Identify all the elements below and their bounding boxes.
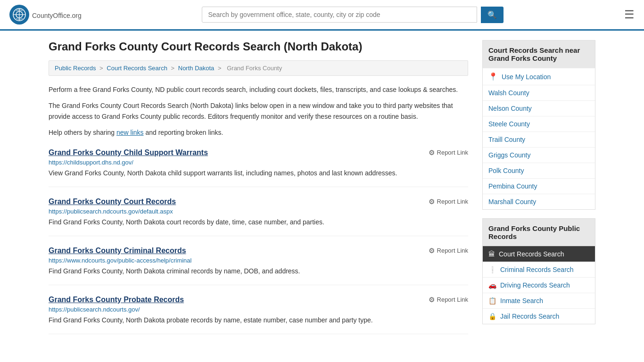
- driving-records-link[interactable]: Driving Records Search: [500, 281, 570, 289]
- logo-text: CountyOffice.org: [32, 9, 82, 20]
- sidebar-item-court-records[interactable]: 🏛 Court Records Search: [483, 246, 595, 262]
- driving-records-icon: 🚗: [488, 281, 496, 289]
- nearby-section-title: Court Records Search near Grand Forks Co…: [483, 41, 595, 68]
- result-title-link[interactable]: Grand Forks County Court Records: [49, 197, 176, 206]
- new-links-link[interactable]: new links: [116, 129, 144, 136]
- result-url: https://childsupport.dhs.nd.gov/: [49, 159, 468, 166]
- result-url: https://www.ndcourts.gov/public-access/h…: [49, 257, 468, 264]
- menu-button[interactable]: ☰: [624, 9, 635, 20]
- criminal-records-icon: ❕: [488, 266, 496, 273]
- sidebar-item-criminal-records[interactable]: ❕ Criminal Records Search: [483, 262, 595, 277]
- traill-county-link[interactable]: Traill County: [488, 136, 525, 143]
- sidebar-item-polk[interactable]: Polk County: [483, 163, 595, 178]
- jail-records-icon: 🔒: [488, 313, 496, 320]
- main-container: Grand Forks County Court Records Search …: [39, 31, 605, 344]
- sidebar-item-marshall[interactable]: Marshall County: [483, 194, 595, 209]
- report-link-button[interactable]: ⚙ Report Link: [429, 247, 468, 255]
- public-records-section: Grand Forks County Public Records 🏛 Cour…: [482, 218, 595, 324]
- content-area: Grand Forks County Court Records Search …: [49, 40, 468, 334]
- result-title-link[interactable]: Grand Forks County Probate Records: [49, 296, 184, 304]
- hamburger-icon: ☰: [624, 8, 635, 21]
- criminal-records-link[interactable]: Criminal Records Search: [500, 266, 574, 273]
- result-title-link[interactable]: Grand Forks County Child Support Warrant…: [49, 148, 208, 157]
- result-title-link[interactable]: Grand Forks County Criminal Records: [49, 247, 186, 255]
- sidebar-item-traill[interactable]: Traill County: [483, 132, 595, 147]
- header: CountyOffice.org 🔍 ☰: [0, 0, 644, 31]
- use-location-item[interactable]: 📍 Use My Location: [483, 68, 595, 85]
- sidebar-item-jail-records[interactable]: 🔒 Jail Records Search: [483, 308, 595, 324]
- walsh-county-link[interactable]: Walsh County: [488, 89, 529, 97]
- marshall-county-link[interactable]: Marshall County: [488, 198, 536, 206]
- nelson-county-link[interactable]: Nelson County: [488, 105, 532, 112]
- breadcrumb-link-public-records[interactable]: Public Records: [55, 65, 96, 72]
- logo-icon: [9, 5, 29, 25]
- public-records-title: Grand Forks County Public Records: [483, 219, 595, 246]
- breadcrumb-link-north-dakota[interactable]: North Dakota: [178, 65, 215, 72]
- report-icon: ⚙: [429, 148, 435, 157]
- sidebar-item-pembina[interactable]: Pembina County: [483, 178, 595, 194]
- description-para3: Help others by sharing new links and rep…: [49, 127, 468, 138]
- search-input[interactable]: [202, 7, 477, 23]
- search-icon: 🔍: [487, 11, 497, 19]
- result-desc: Find Grand Forks County, North Dakota co…: [49, 217, 468, 227]
- logo-area[interactable]: CountyOffice.org: [9, 5, 82, 25]
- result-url: https://publicsearch.ndcourts.gov/defaul…: [49, 208, 468, 215]
- result-desc: Find Grand Forks County, North Dakota cr…: [49, 266, 468, 276]
- steele-county-link[interactable]: Steele County: [488, 120, 530, 128]
- court-records-icon: 🏛: [488, 250, 495, 258]
- sidebar-item-walsh[interactable]: Walsh County: [483, 85, 595, 100]
- report-icon: ⚙: [429, 197, 435, 206]
- griggs-county-link[interactable]: Griggs County: [488, 151, 530, 159]
- use-location-link[interactable]: Use My Location: [502, 73, 551, 81]
- sidebar-item-inmate-search[interactable]: 📋 Inmate Search: [483, 293, 595, 308]
- inmate-search-icon: 📋: [488, 297, 496, 304]
- logo-name: CountyOffice: [32, 12, 70, 19]
- result-desc: View Grand Forks County, North Dakota ch…: [49, 168, 468, 178]
- court-records-link[interactable]: Court Records Search: [499, 250, 564, 258]
- search-area: 🔍: [202, 7, 504, 23]
- report-icon: ⚙: [429, 296, 435, 304]
- result-item: Grand Forks County Court Records ⚙ Repor…: [49, 197, 468, 236]
- breadcrumb-link-court-records[interactable]: Court Records Search: [107, 65, 167, 72]
- report-link-button[interactable]: ⚙ Report Link: [429, 296, 468, 304]
- page-title: Grand Forks County Court Records Search …: [49, 40, 468, 53]
- report-link-button[interactable]: ⚙ Report Link: [429, 148, 468, 157]
- nearby-section: Court Records Search near Grand Forks Co…: [482, 40, 595, 210]
- result-item: Grand Forks County Probate Records ⚙ Rep…: [49, 296, 468, 334]
- result-item: Grand Forks County Child Support Warrant…: [49, 148, 468, 187]
- description-para2: The Grand Forks County Court Records Sea…: [49, 100, 468, 122]
- polk-county-link[interactable]: Polk County: [488, 167, 524, 174]
- result-url: https://publicsearch.ndcourts.gov/: [49, 306, 468, 313]
- sidebar-item-griggs[interactable]: Griggs County: [483, 147, 595, 163]
- sidebar-item-driving-records[interactable]: 🚗 Driving Records Search: [483, 277, 595, 293]
- result-item: Grand Forks County Criminal Records ⚙ Re…: [49, 247, 468, 285]
- inmate-search-link[interactable]: Inmate Search: [500, 297, 543, 304]
- jail-records-link[interactable]: Jail Records Search: [500, 313, 559, 320]
- results-list: Grand Forks County Child Support Warrant…: [49, 148, 468, 334]
- pembina-county-link[interactable]: Pembina County: [488, 182, 537, 190]
- breadcrumb: Public Records > Court Records Search > …: [49, 60, 468, 76]
- pin-icon: 📍: [488, 72, 498, 81]
- sidebar: Court Records Search near Grand Forks Co…: [482, 40, 595, 334]
- search-button[interactable]: 🔍: [481, 7, 504, 23]
- report-link-button[interactable]: ⚙ Report Link: [429, 197, 468, 206]
- description-para1: Perform a free Grand Forks County, ND pu…: [49, 84, 468, 95]
- result-desc: Find Grand Forks County, North Dakota pr…: [49, 315, 468, 325]
- breadcrumb-current: Grand Forks County: [227, 65, 282, 72]
- sidebar-item-nelson[interactable]: Nelson County: [483, 100, 595, 116]
- sidebar-item-steele[interactable]: Steele County: [483, 116, 595, 132]
- report-icon: ⚙: [429, 247, 435, 255]
- logo-suffix: .org: [70, 12, 82, 19]
